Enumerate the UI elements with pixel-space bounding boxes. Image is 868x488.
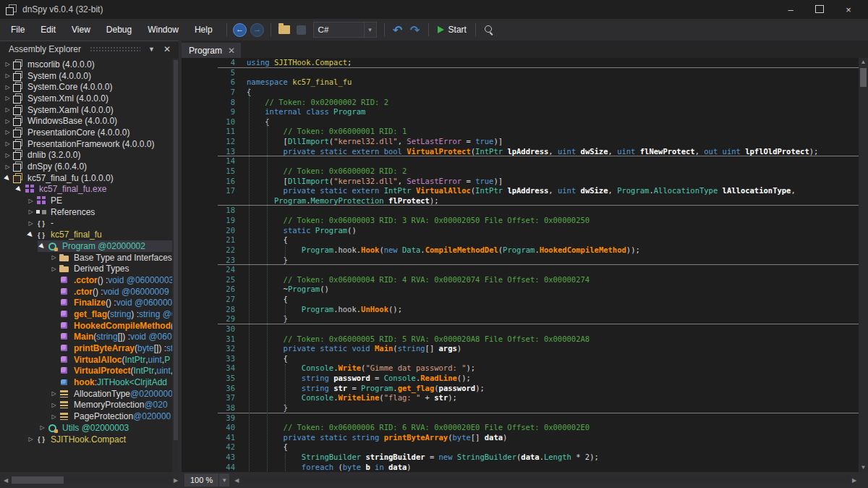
tree-item[interactable]: ▶kc57_final_fu	[0, 229, 179, 240]
scroll-right-icon[interactable]: ▶	[850, 477, 859, 484]
tree-item[interactable]: VirtualProtect(IntPtr, uint,	[0, 366, 179, 377]
tree-item[interactable]: ▷PageProtection @020000	[0, 411, 179, 422]
start-debug-button[interactable]: Start	[433, 25, 471, 35]
scroll-right-icon[interactable]: ▶	[171, 477, 180, 484]
expander-arrow-icon[interactable]: ▷	[3, 140, 12, 147]
expander-arrow-icon[interactable]: ▷	[26, 220, 35, 227]
forward-icon: →	[250, 23, 264, 37]
scrollbar-thumb[interactable]	[12, 476, 64, 484]
scrollbar-thumb[interactable]	[174, 60, 178, 440]
code-horizontal-scrollbar[interactable]: ◀ ▶	[232, 475, 859, 485]
tree-item[interactable]: Main(string[]) : void @060	[0, 332, 179, 343]
zoom-chevron-icon[interactable]: ▼	[219, 474, 229, 487]
tree-item[interactable]: ▷MemoryProtection @020	[0, 400, 179, 411]
menu-file[interactable]: File	[4, 22, 31, 38]
language-selector[interactable]: C# ▾	[313, 22, 377, 38]
tree-item[interactable]: ▶kc57_final_fu.exe	[0, 184, 179, 195]
menu-window[interactable]: Window	[141, 22, 185, 38]
tree-item[interactable]: .ctor() : void @06000009	[0, 286, 179, 298]
panel-close-icon[interactable]: ✕	[160, 44, 174, 54]
tree-item-label: PE	[51, 195, 62, 206]
tree-item[interactable]: ▶Program @02000002	[0, 240, 179, 252]
menu-edit[interactable]: Edit	[34, 22, 62, 38]
tree-item[interactable]: ▷References	[0, 206, 179, 218]
tab-program[interactable]: Program ✕	[182, 43, 241, 58]
zoom-level-control[interactable]: 100 %	[184, 474, 218, 487]
scroll-up-icon[interactable]: ▲	[859, 58, 868, 67]
undo-button[interactable]: ↶	[390, 22, 406, 38]
menu-view[interactable]: View	[65, 22, 97, 38]
expander-arrow-icon[interactable]: ▷	[49, 402, 59, 408]
tree-item[interactable]: ▷SJITHook.Compact	[0, 434, 179, 445]
scrollbar-track[interactable]	[10, 476, 171, 484]
redo-button[interactable]: ↷	[407, 22, 423, 38]
expander-arrow-icon[interactable]: ▷	[49, 413, 59, 420]
expander-arrow-icon[interactable]: ▷	[26, 198, 35, 204]
tree-item[interactable]: ▷Derived Types	[0, 263, 179, 274]
tree-item[interactable]: ▷Base Type and Interfaces	[0, 252, 179, 264]
minimize-button[interactable]: –	[781, 4, 800, 15]
expander-arrow-icon[interactable]: ▷	[3, 152, 12, 159]
code-vertical-scrollbar[interactable]: ▲ ▼	[859, 58, 868, 472]
tree-item[interactable]: ▷System.Xaml (4.0.0.0)	[0, 104, 179, 116]
search-button[interactable]	[481, 22, 497, 38]
scroll-left-icon[interactable]: ◀	[232, 477, 241, 484]
tab-close-icon[interactable]: ✕	[228, 46, 235, 56]
expander-arrow-icon[interactable]: ▷	[3, 84, 12, 91]
tree-item[interactable]: ▷Utils @02000003	[0, 422, 179, 434]
expander-arrow-icon[interactable]: ▷	[3, 118, 12, 125]
scroll-down-icon[interactable]: ▼	[859, 463, 868, 472]
tree-item[interactable]: HookedCompileMethod(	[0, 320, 179, 332]
tree-horizontal-scrollbar[interactable]: ◀ ▶	[0, 475, 182, 485]
tree-item[interactable]: ▷dnSpy (6.0.4.0)	[0, 161, 179, 172]
tree-item[interactable]: ▷System.Xml (4.0.0.0)	[0, 93, 179, 104]
open-file-button[interactable]	[276, 22, 292, 38]
scroll-left-icon[interactable]: ◀	[1, 477, 10, 484]
tree-item-label: @0200000	[130, 389, 173, 399]
scrollbar-thumb[interactable]	[860, 68, 867, 87]
tree-item[interactable]: ▷mscorlib (4.0.0.0)	[0, 59, 179, 70]
tree-item[interactable]: .cctor() : void @06000003	[0, 274, 179, 286]
expander-arrow-icon[interactable]: ▷	[49, 266, 59, 272]
tree-item-label: byte	[137, 343, 154, 353]
expander-arrow-icon[interactable]: ▷	[38, 424, 47, 431]
expander-arrow-icon[interactable]: ▷	[3, 72, 12, 79]
tree-item[interactable]: ▷WindowsBase (4.0.0.0)	[0, 115, 179, 127]
navigate-forward-button[interactable]: →	[250, 22, 265, 38]
tree-item[interactable]: printByteArray(byte[]) : st	[0, 342, 179, 354]
expander-arrow-icon[interactable]: ▷	[3, 129, 12, 135]
expander-arrow-icon[interactable]: ▷	[3, 164, 12, 170]
tree-vertical-scrollbar[interactable]	[172, 59, 179, 472]
tree-item[interactable]: ▷AllocationType @0200000	[0, 388, 179, 400]
tree-item[interactable]: ▶kc57_final_fu (1.0.0.0)	[0, 172, 179, 184]
tree-item[interactable]: ▷System (4.0.0.0)	[0, 70, 179, 82]
close-button[interactable]: ×	[839, 4, 858, 15]
tree-item[interactable]: ▷-	[0, 218, 179, 230]
expander-arrow-icon[interactable]: ▷	[3, 61, 12, 67]
tree-item[interactable]: Finalize() : void @0600000C	[0, 297, 179, 308]
tree-item[interactable]: ▷PresentationCore (4.0.0.0)	[0, 127, 179, 138]
panel-menu-chevron-icon[interactable]: ▼	[143, 46, 160, 53]
toolbar-separator	[475, 23, 476, 36]
tree-item[interactable]: VirtualAlloc(IntPtr, uint, P	[0, 354, 179, 366]
main-area: Assembly Explorer ▼ ✕ ▷mscorlib (4.0.0.0…	[0, 41, 868, 472]
expander-arrow-icon[interactable]: ▷	[49, 390, 59, 397]
navigate-back-button[interactable]: ←	[232, 22, 248, 38]
menu-help[interactable]: Help	[188, 22, 219, 38]
maximize-button[interactable]	[810, 4, 829, 15]
tree-item[interactable]: ▷System.Core (4.0.0.0)	[0, 81, 179, 93]
expander-arrow-icon[interactable]: ▷	[3, 106, 12, 113]
tree-item[interactable]: hook : JITHook<ClrjitAdd	[0, 376, 179, 388]
expander-arrow-icon[interactable]: ▷	[26, 209, 35, 215]
menu-debug[interactable]: Debug	[100, 22, 138, 38]
expander-arrow-icon[interactable]: ▷	[26, 436, 35, 442]
tree-item[interactable]: ▷PE	[0, 195, 179, 206]
tree-item[interactable]: ▷PresentationFramework (4.0.0.0)	[0, 138, 179, 150]
tree-item[interactable]: get_flag(string) : string @0	[0, 308, 179, 320]
expander-arrow-icon[interactable]: ▷	[3, 95, 12, 101]
tree-item-label: HookedCompileMethod	[74, 321, 171, 331]
tree-item[interactable]: ▷dnlib (3.2.0.0)	[0, 150, 179, 161]
scrollbar-track[interactable]	[241, 476, 850, 484]
save-module-button[interactable]	[294, 22, 310, 38]
expander-arrow-icon[interactable]: ▷	[49, 254, 59, 261]
